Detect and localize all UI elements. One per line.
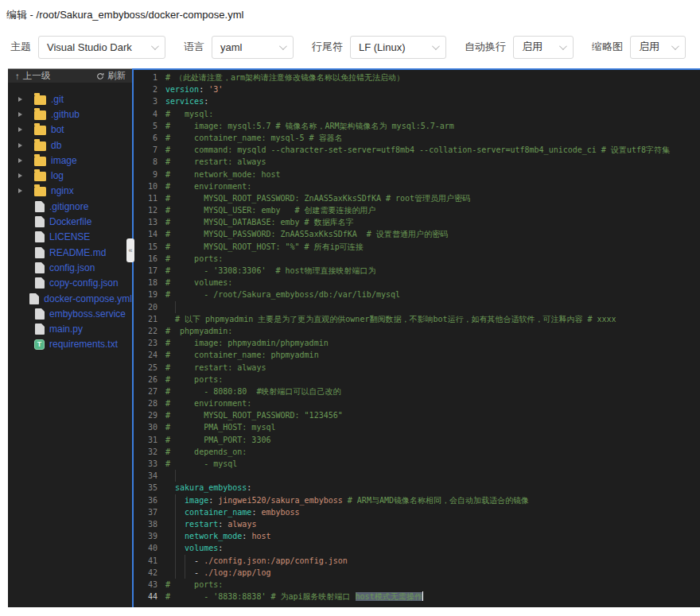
code-token: # MYSQL_ROOT_PASSWORD: "123456"	[165, 411, 343, 420]
expand-arrow-icon[interactable]	[18, 97, 25, 102]
tree-item-nginx[interactable]: nginx	[8, 184, 132, 199]
theme-select[interactable]: Visual Studio Dark	[38, 36, 165, 59]
indent-guide	[175, 506, 176, 518]
code-line: 27# - 8080:80 #映射端口可以自己改的	[134, 385, 700, 397]
line-number: 31	[134, 434, 158, 446]
line-content: services:	[158, 95, 208, 107]
code-token: # container_name: phpmyadmin	[165, 351, 319, 359]
code-token: image	[185, 496, 208, 505]
tree-item-Dockerfile[interactable]: Dockerfile	[8, 214, 132, 229]
code-token: # - '8838:8838' # 为api服务映射端口	[165, 592, 356, 601]
expand-arrow-icon[interactable]	[18, 112, 25, 117]
expand-arrow-icon[interactable]	[18, 158, 25, 163]
line-content: # ports:	[158, 253, 223, 265]
tree-item-db[interactable]: db	[8, 138, 132, 153]
line-number: 6	[134, 132, 158, 144]
line-content: # environment:	[158, 180, 251, 192]
sidebar-collapse-handle[interactable]: «	[126, 238, 134, 262]
line-number: 13	[134, 216, 158, 228]
line-number: 22	[134, 325, 158, 337]
chevron-down-icon	[432, 42, 440, 50]
line-content: # command: mysqld --character-set-server…	[158, 144, 670, 156]
code-line: 10# environment:	[134, 180, 700, 192]
line-number: 40	[134, 542, 158, 554]
expand-arrow-icon[interactable]	[18, 173, 25, 178]
line-content: - ./config.json:/app/config.json	[158, 555, 348, 567]
tree-item-image[interactable]: image	[8, 153, 132, 168]
code-line: 6# container_name: mysql-5 # 容器名	[134, 132, 700, 144]
code-content: 1# （此处请注意，arm架构请注意修改镜像名称以免拉错无法启动）2versio…	[134, 70, 700, 602]
line-content: # restart: always	[158, 362, 266, 374]
tree-item-.gitignore[interactable]: .gitignore	[8, 199, 132, 214]
line-number: 7	[134, 144, 158, 156]
word-wrap-select-value: 启用	[522, 40, 542, 54]
code-token: # - '3308:3306' # host物理直接映射端口为	[165, 266, 376, 275]
theme-field: 主题 Visual Studio Dark	[10, 36, 165, 59]
code-token: # environment:	[165, 399, 251, 408]
code-editor[interactable]: 1# （此处请注意，arm架构请注意修改镜像名称以免拉错无法启动）2versio…	[132, 68, 700, 607]
code-token: # ports:	[165, 375, 223, 384]
expand-arrow-icon[interactable]	[18, 143, 25, 148]
indent-guide	[185, 555, 185, 567]
code-line: 36 image: jingwei520/sakura_embyboss # A…	[134, 494, 700, 506]
code-token: embyboss	[256, 508, 299, 517]
tree-item-embyboss.service[interactable]: embyboss.service	[8, 306, 132, 321]
folder-icon	[34, 126, 46, 135]
code-line: 20	[134, 301, 700, 313]
minimap-label: 缩略图	[592, 40, 623, 54]
expand-arrow-icon[interactable]	[18, 188, 25, 193]
code-token: # 以下 phpmyadmin 主要是为了更为直观的供owner翻阅数据，不影响…	[165, 315, 616, 323]
tree-item-.git[interactable]: .git	[8, 91, 132, 107]
minimap-select[interactable]: 启用	[630, 36, 686, 59]
code-token: # （此处请注意，arm架构请注意修改镜像名称以免拉错无法启动）	[165, 73, 404, 82]
indent-guide	[175, 530, 176, 542]
line-number: 2	[134, 83, 158, 95]
expand-arrow-icon[interactable]	[18, 127, 25, 132]
tree-item-.github[interactable]: .github	[8, 107, 132, 122]
tree-item-log[interactable]: log	[8, 168, 132, 183]
line-number: 23	[134, 337, 158, 349]
line-number: 25	[134, 362, 158, 374]
code-token: # - 8080:80 #映射端口可以自己改的	[165, 387, 340, 396]
indent-guide	[175, 494, 176, 506]
line-content: # network_mode: host	[158, 169, 281, 180]
line-content: - ./log:/app/log	[158, 567, 270, 579]
go-up-button[interactable]: ↑ 上一级	[15, 70, 50, 82]
text-file-icon: T	[34, 339, 45, 350]
tree-header: ↑ 上一级 刷新	[8, 69, 132, 83]
tree-item-main.py[interactable]: main.py	[8, 321, 132, 336]
code-token: # MYSQL_DATABASE: emby # 数据库名字	[165, 218, 354, 227]
tree-item-LICENSE[interactable]: LICENSE	[8, 230, 132, 245]
code-token: ./config.json:/app/config.json	[204, 556, 348, 565]
line-number: 20	[134, 301, 158, 313]
eol-select[interactable]: LF (Linux)	[350, 36, 446, 59]
tree-item-copy-config.json[interactable]: copy-config.json	[8, 276, 132, 291]
word-wrap-label: 自动换行	[465, 40, 506, 54]
chevron-down-icon	[559, 42, 567, 50]
tree-item-README.md[interactable]: README.md	[8, 245, 132, 260]
word-wrap-select[interactable]: 启用	[513, 36, 574, 59]
line-number: 29	[134, 409, 158, 421]
code-token: :	[247, 483, 251, 492]
line-number: 36	[134, 494, 158, 506]
language-select[interactable]: yaml	[212, 36, 294, 59]
line-number: 39	[134, 530, 158, 542]
code-token: # PMA_PORT: 3306	[165, 436, 270, 444]
code-line: 37 container_name: embyboss	[134, 506, 700, 518]
line-content	[158, 470, 165, 482]
line-content: sakura_embyboss:	[158, 482, 251, 494]
code-line: 29# MYSQL_ROOT_PASSWORD: "123456"	[134, 409, 700, 421]
folder-icon	[34, 172, 46, 181]
tree-item-bot[interactable]: bot	[8, 122, 132, 138]
tree-item-config.json[interactable]: config.json	[8, 260, 132, 275]
tree-item-requirements.txt[interactable]: Trequirements.txt	[8, 337, 132, 352]
tree-item-docker-compose.yml[interactable]: docker-compose.yml	[8, 291, 132, 306]
tree-item-label: requirements.txt	[49, 339, 118, 350]
tree-item-label: main.py	[49, 323, 83, 335]
refresh-button[interactable]: 刷新	[96, 70, 126, 82]
tree-item-label: README.md	[49, 247, 106, 258]
line-content: # PMA_HOST: mysql	[158, 421, 275, 433]
code-token: :	[199, 85, 208, 94]
tree-item-label: .gitignore	[49, 201, 88, 212]
line-content: # mysql:	[158, 108, 213, 120]
